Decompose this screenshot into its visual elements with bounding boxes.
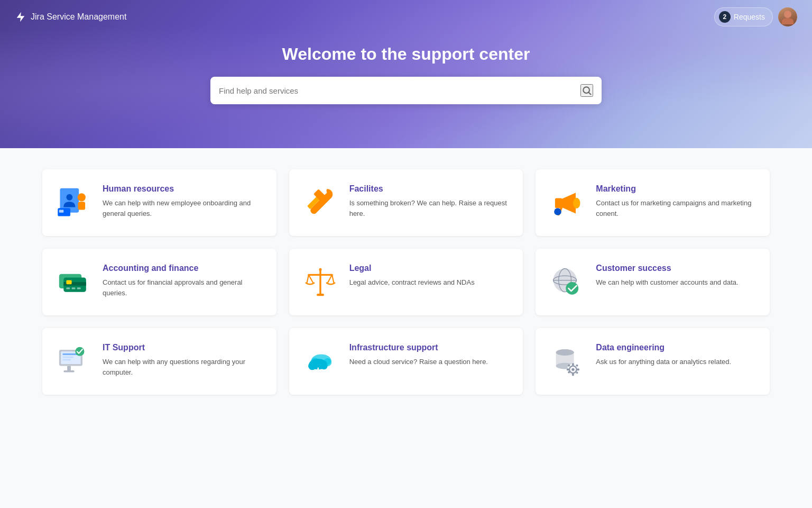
svg-rect-57 [573,363,574,365]
service-card-accounting[interactable]: Accounting and finance Contact us for fi… [42,249,276,315]
svg-rect-20 [66,287,70,289]
service-card-human-resources[interactable]: Human resources We can help with new emp… [42,169,276,236]
svg-line-2 [589,93,591,95]
services-grid: Human resources We can help with new emp… [42,169,770,395]
logo-icon [15,11,26,23]
svg-rect-42 [63,370,74,372]
logo-area: Jira Service Management [15,11,126,23]
marketing-title: Marketing [596,184,757,194]
data-engineering-desc: Ask us for anything data or analytics re… [596,357,757,367]
hr-desc: We can help with new employee onboarding… [103,198,264,219]
svg-rect-19 [66,280,71,285]
svg-point-5 [66,194,72,201]
welcome-title: Welcome to the support center [282,44,530,64]
svg-point-53 [556,349,574,356]
svg-rect-21 [72,287,76,289]
customer-success-title: Customer success [596,264,757,273]
avatar-image [778,7,797,26]
svg-point-10 [311,209,316,214]
hr-card-text: Human resources We can help with new emp… [103,184,264,219]
customer-success-icon-area [548,264,585,301]
service-card-data-engineering[interactable]: Data engineering Ask us for anything dat… [536,328,770,395]
requests-label: Requests [734,13,765,21]
header-content: Welcome to the support center [0,44,812,104]
accounting-icon [56,264,91,300]
marketing-desc: Contact us for marketing campaigns and m… [596,198,757,219]
facilities-desc: Is something broken? We can help. Raise … [349,198,511,219]
customer-success-icon [549,264,585,300]
svg-point-48 [308,362,316,370]
facilities-icon [302,185,338,221]
legal-icon [302,264,338,300]
accounting-desc: Contact us for financial approvals and g… [103,277,264,298]
app-name: Jira Service Management [31,12,126,22]
hr-icon [56,185,91,221]
accounting-title: Accounting and finance [103,264,264,273]
legal-title: Legal [349,264,511,273]
customer-success-card-text: Customer success We can help with custom… [596,264,757,288]
svg-point-49 [320,362,328,370]
infrastructure-card-text: Infrastructure support Need a cloud serv… [349,343,511,367]
svg-rect-22 [77,287,81,289]
legal-card-text: Legal Legal advice, contract reviews and… [349,264,511,288]
legal-icon-area [302,264,339,301]
data-engineering-card-text: Data engineering Ask us for anything dat… [596,343,757,367]
svg-rect-40 [63,359,71,361]
accounting-card-text: Accounting and finance Contact us for fi… [103,264,264,298]
marketing-card-text: Marketing Contact us for marketing campa… [596,184,757,219]
user-avatar[interactable] [778,7,797,26]
search-button[interactable] [580,84,593,97]
service-card-facilities[interactable]: Facilites Is something broken? We can he… [289,169,523,236]
svg-line-28 [332,275,334,283]
svg-rect-58 [573,374,574,376]
svg-rect-7 [78,202,86,210]
it-support-icon-area [55,343,92,380]
search-input[interactable] [219,86,580,95]
data-engineering-icon [549,343,585,379]
infrastructure-icon [302,343,338,379]
svg-point-35 [566,282,579,295]
nav-bar: Jira Service Management 2 Requests [0,0,812,34]
svg-point-56 [572,368,575,371]
marketing-icon-area [548,184,585,221]
svg-point-13 [573,198,580,208]
facilities-title: Facilites [349,184,511,194]
service-card-legal[interactable]: Legal Legal advice, contract reviews and… [289,249,523,315]
infrastructure-title: Infrastructure support [349,343,511,352]
it-support-title: IT Support [103,343,264,352]
infrastructure-icon-area [302,343,339,380]
svg-point-30 [319,268,321,271]
infrastructure-desc: Need a cloud service? Raise a question h… [349,357,511,367]
svg-marker-0 [17,12,25,22]
hr-title: Human resources [103,184,264,194]
svg-point-15 [555,208,562,215]
it-support-desc: We can help with any questions regarding… [103,357,264,377]
svg-rect-59 [567,369,569,370]
search-bar [210,77,602,104]
service-card-customer-success[interactable]: Customer success We can help with custom… [536,249,770,315]
svg-rect-29 [317,294,324,296]
svg-rect-9 [59,210,64,213]
service-card-infrastructure[interactable]: Infrastructure support Need a cloud serv… [289,328,523,395]
header: Jira Service Management 2 Requests Welco… [0,0,812,148]
requests-button[interactable]: 2 Requests [714,7,773,26]
hr-icon-area [55,184,92,221]
svg-rect-60 [577,369,579,370]
facilities-icon-area [302,184,339,221]
svg-point-6 [78,193,86,201]
search-icon [582,85,592,96]
data-engineering-icon-area [548,343,585,380]
svg-line-26 [309,275,313,283]
service-card-it-support[interactable]: IT Support We can help with any question… [42,328,276,395]
customer-success-desc: We can help with customer accounts and d… [596,277,757,288]
marketing-icon [549,185,585,221]
it-support-card-text: IT Support We can help with any question… [103,343,264,377]
svg-rect-39 [63,357,73,358]
requests-badge: 2 [719,11,731,23]
svg-rect-14 [555,198,562,208]
accounting-icon-area [55,264,92,301]
data-engineering-title: Data engineering [596,343,757,352]
service-card-marketing[interactable]: Marketing Contact us for marketing campa… [536,169,770,236]
legal-desc: Legal advice, contract reviews and NDAs [349,277,511,288]
nav-right: 2 Requests [714,7,797,26]
